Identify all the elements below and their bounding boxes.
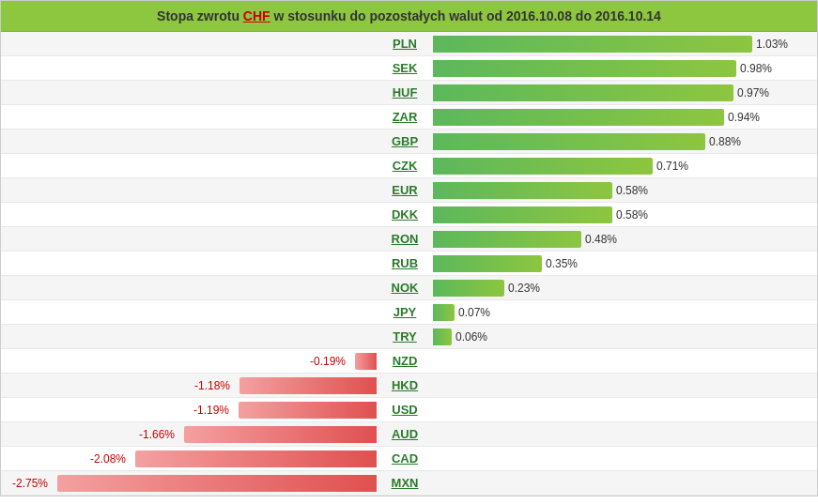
- chart-title: Stopa zwrotu CHF w stosunku do pozostały…: [1, 1, 817, 32]
- currency-link[interactable]: CZK: [393, 159, 418, 173]
- table-row: TRY 0.06%: [1, 325, 817, 349]
- bar-value: 1.03%: [756, 38, 788, 51]
- currency-label[interactable]: JPY: [377, 305, 433, 319]
- positive-bar: [433, 280, 504, 297]
- bar-left-area: [1, 227, 377, 251]
- positive-bar: [433, 206, 612, 223]
- positive-bar: [433, 255, 542, 272]
- bar-right-area: 0.88%: [433, 130, 817, 153]
- bar-value: -2.08%: [90, 452, 131, 466]
- currency-link[interactable]: EUR: [392, 183, 417, 197]
- currency-label[interactable]: HUF: [377, 85, 433, 99]
- positive-bar: [433, 304, 455, 321]
- chf-link[interactable]: CHF: [243, 8, 270, 23]
- bar-right-area: 0.71%: [433, 154, 817, 177]
- bar-left-area: [1, 56, 377, 80]
- positive-bar: [433, 60, 736, 77]
- positive-bar: [433, 158, 653, 175]
- table-row: EUR 0.58%: [1, 178, 817, 203]
- negative-bar: [239, 402, 377, 419]
- bar-left-area: [1, 276, 377, 299]
- currency-label[interactable]: GBP: [377, 134, 433, 148]
- table-row: RON 0.48%: [1, 227, 817, 252]
- currency-link[interactable]: SEK: [393, 61, 418, 75]
- currency-label[interactable]: RUB: [377, 256, 433, 270]
- positive-bar: [433, 133, 705, 150]
- currency-label[interactable]: EUR: [377, 183, 433, 197]
- bar-right-area: 0.58%: [433, 203, 817, 226]
- bar-left-area: [1, 154, 377, 177]
- bar-right-area: [433, 398, 817, 421]
- currency-label[interactable]: NOK: [377, 281, 433, 295]
- currency-link[interactable]: NOK: [392, 281, 419, 295]
- currency-label[interactable]: CZK: [377, 159, 433, 173]
- currency-label[interactable]: CAD: [377, 451, 433, 466]
- bar-left-area: [1, 32, 377, 55]
- currency-label[interactable]: TRY: [377, 329, 433, 344]
- bar-value: 0.06%: [455, 330, 487, 344]
- bar-right-area: 0.23%: [433, 276, 817, 299]
- bar-left-area: -1.18%: [1, 374, 377, 397]
- bar-value: 0.98%: [740, 62, 772, 75]
- currency-link[interactable]: GBP: [392, 134, 418, 148]
- positive-bar: [433, 109, 724, 126]
- bar-left-area: [1, 300, 377, 324]
- bar-right-area: 1.03%: [433, 32, 817, 55]
- bar-left-area: [1, 325, 377, 348]
- table-row: -1.18% HKD: [1, 374, 817, 398]
- bar-right-area: [433, 422, 817, 446]
- table-row: -1.19% USD: [1, 398, 817, 422]
- bar-right-area: 0.35%: [433, 252, 817, 275]
- bar-left-area: [1, 203, 377, 226]
- currency-label[interactable]: USD: [377, 403, 433, 417]
- currency-link[interactable]: HKD: [392, 378, 418, 392]
- table-row: DKK 0.58%: [1, 203, 817, 227]
- currency-link[interactable]: HUF: [393, 85, 418, 99]
- table-row: ZAR 0.94%: [1, 105, 817, 130]
- currency-link[interactable]: PLN: [393, 37, 417, 51]
- currency-label[interactable]: NZD: [377, 354, 433, 368]
- currency-label[interactable]: ZAR: [377, 110, 433, 124]
- currency-link[interactable]: JPY: [394, 305, 417, 319]
- currency-label[interactable]: MXN: [377, 476, 433, 490]
- bar-right-area: 0.07%: [433, 300, 817, 324]
- currency-link[interactable]: MXN: [392, 476, 419, 490]
- bar-value: -1.18%: [194, 379, 236, 392]
- currency-link[interactable]: CAD: [392, 451, 418, 466]
- currency-link[interactable]: AUD: [392, 427, 418, 441]
- bar-value: 0.97%: [737, 86, 769, 99]
- bar-value: 0.94%: [728, 111, 760, 124]
- bar-value: -1.19%: [193, 404, 235, 417]
- currency-link[interactable]: TRY: [393, 329, 417, 344]
- currency-label[interactable]: AUD: [377, 427, 433, 441]
- table-row: CZK 0.71%: [1, 154, 817, 178]
- bar-value: 0.48%: [585, 233, 617, 246]
- table-row: GBP 0.88%: [1, 130, 817, 154]
- currency-link[interactable]: USD: [392, 403, 417, 417]
- table-row: HUF 0.97%: [1, 81, 817, 105]
- currency-link[interactable]: ZAR: [393, 110, 418, 124]
- currency-link[interactable]: RON: [392, 232, 419, 246]
- bar-left-area: [1, 105, 377, 129]
- currency-link[interactable]: DKK: [392, 207, 418, 221]
- currency-link[interactable]: NZD: [393, 354, 418, 368]
- table-row: PLN 1.03%: [1, 32, 817, 56]
- currency-label[interactable]: DKK: [377, 207, 433, 221]
- bar-value: 0.35%: [546, 257, 578, 270]
- table-row: RUB 0.35%: [1, 252, 817, 276]
- bar-value: -2.75%: [12, 477, 54, 490]
- bar-right-area: 0.06%: [433, 325, 817, 348]
- currency-label[interactable]: RON: [377, 232, 433, 246]
- bar-left-area: -1.19%: [1, 398, 377, 421]
- bar-left-area: [1, 252, 377, 275]
- currency-label[interactable]: PLN: [377, 37, 433, 51]
- currency-label[interactable]: HKD: [377, 378, 433, 392]
- currency-label[interactable]: SEK: [377, 61, 433, 75]
- bar-left-area: -2.75%: [1, 471, 377, 495]
- currency-link[interactable]: RUB: [392, 256, 418, 270]
- positive-bar: [433, 36, 752, 53]
- bar-value: 0.58%: [616, 184, 648, 197]
- positive-bar: [433, 231, 581, 248]
- bar-left-area: -2.08%: [1, 447, 377, 470]
- bar-value: 0.71%: [656, 160, 688, 173]
